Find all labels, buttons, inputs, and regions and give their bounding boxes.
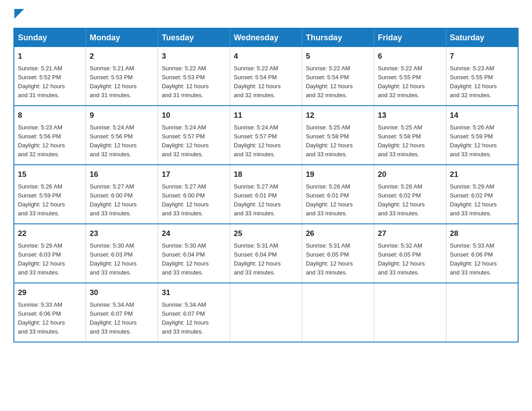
day-number: 15 xyxy=(18,169,82,180)
calendar-cell xyxy=(302,283,374,342)
day-info: Sunrise: 5:28 AMSunset: 6:02 PMDaylight:… xyxy=(378,183,425,217)
calendar-week-row: 1Sunrise: 5:21 AMSunset: 5:52 PMDaylight… xyxy=(14,47,518,106)
calendar-cell: 28Sunrise: 5:33 AMSunset: 6:06 PMDayligh… xyxy=(446,224,518,283)
column-header-sunday: Sunday xyxy=(14,28,86,47)
day-number: 20 xyxy=(378,169,442,180)
calendar-cell: 18Sunrise: 5:27 AMSunset: 6:01 PMDayligh… xyxy=(230,165,302,224)
day-info: Sunrise: 5:24 AMSunset: 5:57 PMDaylight:… xyxy=(234,124,281,158)
day-number: 3 xyxy=(162,51,226,62)
calendar-cell: 10Sunrise: 5:24 AMSunset: 5:57 PMDayligh… xyxy=(158,106,230,165)
day-number: 25 xyxy=(234,228,298,240)
calendar-cell: 23Sunrise: 5:30 AMSunset: 6:03 PMDayligh… xyxy=(86,224,158,283)
calendar-cell: 21Sunrise: 5:29 AMSunset: 6:02 PMDayligh… xyxy=(446,165,518,224)
day-number: 28 xyxy=(450,228,514,240)
day-info: Sunrise: 5:21 AMSunset: 5:52 PMDaylight:… xyxy=(18,65,65,98)
day-info: Sunrise: 5:25 AMSunset: 5:58 PMDaylight:… xyxy=(378,124,425,158)
calendar-cell: 22Sunrise: 5:29 AMSunset: 6:03 PMDayligh… xyxy=(14,224,86,283)
calendar-cell xyxy=(374,283,446,342)
calendar-cell: 14Sunrise: 5:26 AMSunset: 5:59 PMDayligh… xyxy=(446,106,518,165)
day-number: 31 xyxy=(162,287,226,299)
day-info: Sunrise: 5:31 AMSunset: 6:05 PMDaylight:… xyxy=(306,242,353,276)
calendar-cell xyxy=(446,283,518,342)
day-number: 18 xyxy=(234,169,298,180)
day-number: 8 xyxy=(18,110,82,121)
day-number: 12 xyxy=(306,110,370,121)
day-number: 9 xyxy=(90,110,154,121)
day-info: Sunrise: 5:27 AMSunset: 6:00 PMDaylight:… xyxy=(90,183,137,217)
day-info: Sunrise: 5:27 AMSunset: 6:01 PMDaylight:… xyxy=(234,183,281,217)
calendar-cell: 1Sunrise: 5:21 AMSunset: 5:52 PMDaylight… xyxy=(14,47,86,106)
calendar-week-row: 15Sunrise: 5:26 AMSunset: 5:59 PMDayligh… xyxy=(14,165,518,224)
column-header-saturday: Saturday xyxy=(446,28,518,47)
calendar-cell: 6Sunrise: 5:22 AMSunset: 5:55 PMDaylight… xyxy=(374,47,446,106)
day-number: 6 xyxy=(378,51,442,62)
day-number: 13 xyxy=(378,110,442,121)
day-info: Sunrise: 5:34 AMSunset: 6:07 PMDaylight:… xyxy=(162,301,209,335)
calendar-cell: 8Sunrise: 5:23 AMSunset: 5:56 PMDaylight… xyxy=(14,106,86,165)
day-number: 2 xyxy=(90,51,154,62)
calendar-cell: 31Sunrise: 5:34 AMSunset: 6:07 PMDayligh… xyxy=(158,283,230,342)
day-info: Sunrise: 5:26 AMSunset: 5:59 PMDaylight:… xyxy=(450,124,497,158)
calendar-week-row: 8Sunrise: 5:23 AMSunset: 5:56 PMDaylight… xyxy=(14,106,518,165)
day-number: 19 xyxy=(306,169,370,180)
day-info: Sunrise: 5:27 AMSunset: 6:00 PMDaylight:… xyxy=(162,183,209,217)
calendar-cell: 3Sunrise: 5:22 AMSunset: 5:53 PMDaylight… xyxy=(158,47,230,106)
column-header-monday: Monday xyxy=(86,28,158,47)
calendar-cell: 15Sunrise: 5:26 AMSunset: 5:59 PMDayligh… xyxy=(14,165,86,224)
day-info: Sunrise: 5:33 AMSunset: 6:06 PMDaylight:… xyxy=(18,301,65,335)
day-info: Sunrise: 5:22 AMSunset: 5:54 PMDaylight:… xyxy=(234,65,281,98)
day-info: Sunrise: 5:22 AMSunset: 5:53 PMDaylight:… xyxy=(162,65,209,98)
day-info: Sunrise: 5:22 AMSunset: 5:55 PMDaylight:… xyxy=(378,65,425,98)
day-number: 30 xyxy=(90,287,154,299)
calendar-cell: 24Sunrise: 5:30 AMSunset: 6:04 PMDayligh… xyxy=(158,224,230,283)
day-info: Sunrise: 5:28 AMSunset: 6:01 PMDaylight:… xyxy=(306,183,353,217)
logo xyxy=(13,9,24,19)
column-header-thursday: Thursday xyxy=(302,28,374,47)
day-number: 24 xyxy=(162,228,226,240)
day-info: Sunrise: 5:34 AMSunset: 6:07 PMDaylight:… xyxy=(90,301,137,335)
day-info: Sunrise: 5:29 AMSunset: 6:03 PMDaylight:… xyxy=(18,242,65,276)
day-number: 17 xyxy=(162,169,226,180)
calendar-cell: 7Sunrise: 5:23 AMSunset: 5:55 PMDaylight… xyxy=(446,47,518,106)
calendar-cell: 30Sunrise: 5:34 AMSunset: 6:07 PMDayligh… xyxy=(86,283,158,342)
calendar-cell: 16Sunrise: 5:27 AMSunset: 6:00 PMDayligh… xyxy=(86,165,158,224)
day-number: 4 xyxy=(234,51,298,62)
day-number: 7 xyxy=(450,51,514,62)
day-number: 21 xyxy=(450,169,514,180)
day-number: 23 xyxy=(90,228,154,240)
day-info: Sunrise: 5:23 AMSunset: 5:55 PMDaylight:… xyxy=(450,65,497,98)
day-number: 29 xyxy=(18,287,82,299)
day-info: Sunrise: 5:31 AMSunset: 6:04 PMDaylight:… xyxy=(234,242,281,276)
day-info: Sunrise: 5:21 AMSunset: 5:53 PMDaylight:… xyxy=(90,65,137,98)
day-number: 27 xyxy=(378,228,442,240)
calendar-cell: 12Sunrise: 5:25 AMSunset: 5:58 PMDayligh… xyxy=(302,106,374,165)
day-info: Sunrise: 5:30 AMSunset: 6:03 PMDaylight:… xyxy=(90,242,137,276)
day-info: Sunrise: 5:22 AMSunset: 5:54 PMDaylight:… xyxy=(306,65,353,98)
day-number: 1 xyxy=(18,51,82,62)
calendar-cell: 17Sunrise: 5:27 AMSunset: 6:00 PMDayligh… xyxy=(158,165,230,224)
calendar-cell: 20Sunrise: 5:28 AMSunset: 6:02 PMDayligh… xyxy=(374,165,446,224)
day-info: Sunrise: 5:32 AMSunset: 6:05 PMDaylight:… xyxy=(378,242,425,276)
calendar-week-row: 29Sunrise: 5:33 AMSunset: 6:06 PMDayligh… xyxy=(14,283,518,342)
day-number: 16 xyxy=(90,169,154,180)
day-info: Sunrise: 5:33 AMSunset: 6:06 PMDaylight:… xyxy=(450,242,497,276)
calendar-cell: 29Sunrise: 5:33 AMSunset: 6:06 PMDayligh… xyxy=(14,283,86,342)
day-info: Sunrise: 5:29 AMSunset: 6:02 PMDaylight:… xyxy=(450,183,497,217)
calendar-cell: 25Sunrise: 5:31 AMSunset: 6:04 PMDayligh… xyxy=(230,224,302,283)
day-number: 22 xyxy=(18,228,82,240)
svg-marker-0 xyxy=(14,9,24,19)
day-info: Sunrise: 5:30 AMSunset: 6:04 PMDaylight:… xyxy=(162,242,209,276)
calendar-cell: 5Sunrise: 5:22 AMSunset: 5:54 PMDaylight… xyxy=(302,47,374,106)
calendar-cell: 13Sunrise: 5:25 AMSunset: 5:58 PMDayligh… xyxy=(374,106,446,165)
calendar-cell: 27Sunrise: 5:32 AMSunset: 6:05 PMDayligh… xyxy=(374,224,446,283)
day-info: Sunrise: 5:24 AMSunset: 5:57 PMDaylight:… xyxy=(162,124,209,158)
calendar-cell: 26Sunrise: 5:31 AMSunset: 6:05 PMDayligh… xyxy=(302,224,374,283)
day-info: Sunrise: 5:23 AMSunset: 5:56 PMDaylight:… xyxy=(18,124,65,158)
column-header-wednesday: Wednesday xyxy=(230,28,302,47)
calendar-cell xyxy=(230,283,302,342)
day-number: 10 xyxy=(162,110,226,121)
day-number: 14 xyxy=(450,110,514,121)
page-header xyxy=(13,9,519,19)
calendar-cell: 11Sunrise: 5:24 AMSunset: 5:57 PMDayligh… xyxy=(230,106,302,165)
column-header-tuesday: Tuesday xyxy=(158,28,230,47)
